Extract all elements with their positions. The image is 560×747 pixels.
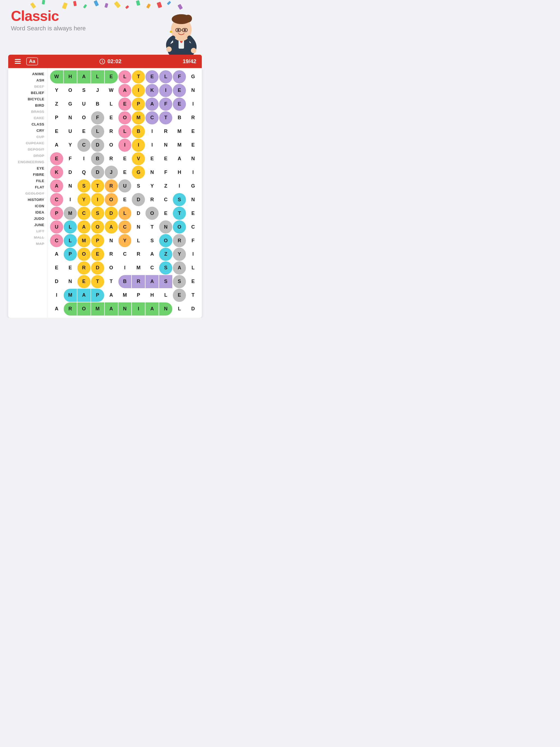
grid-cell[interactable]: O bbox=[105, 138, 118, 152]
grid-cell[interactable]: P bbox=[91, 234, 104, 247]
grid-cell[interactable]: D bbox=[50, 275, 63, 288]
grid-cell[interactable]: A bbox=[146, 98, 159, 111]
grid-cell[interactable]: A bbox=[173, 152, 186, 165]
grid-cell[interactable]: N bbox=[119, 302, 131, 315]
grid-cell[interactable]: S bbox=[77, 84, 91, 97]
grid-cell[interactable]: W bbox=[105, 84, 118, 97]
grid-cell[interactable]: F bbox=[91, 111, 104, 124]
grid-cell[interactable]: N bbox=[159, 302, 172, 315]
grid-cell[interactable]: D bbox=[132, 193, 145, 206]
grid-cell[interactable]: E bbox=[146, 70, 159, 83]
grid-cell[interactable]: I bbox=[132, 138, 145, 152]
grid-cell[interactable]: N bbox=[146, 166, 159, 179]
grid-cell[interactable]: L bbox=[159, 70, 172, 83]
grid-cell[interactable]: F bbox=[186, 234, 200, 247]
grid-cell[interactable]: R bbox=[132, 248, 145, 261]
grid-cell[interactable]: S bbox=[132, 179, 145, 192]
grid-cell[interactable]: U bbox=[50, 221, 63, 233]
grid-cell[interactable]: O bbox=[159, 234, 172, 247]
grid-cell[interactable]: D bbox=[105, 207, 118, 220]
grid-cell[interactable]: L bbox=[159, 289, 172, 302]
grid-cell[interactable]: A bbox=[105, 221, 118, 233]
grid-cell[interactable]: I bbox=[146, 125, 159, 138]
grid-cell[interactable]: Z bbox=[159, 179, 172, 192]
grid-cell[interactable]: I bbox=[119, 261, 131, 275]
grid-cell[interactable]: K bbox=[50, 166, 63, 179]
grid-cell[interactable]: E bbox=[77, 275, 91, 288]
grid-cell[interactable]: J bbox=[91, 84, 104, 97]
grid-cell[interactable]: Y bbox=[77, 193, 91, 206]
grid-cell[interactable]: T bbox=[105, 275, 118, 288]
grid-cell[interactable]: R bbox=[105, 248, 118, 261]
grid-cell[interactable]: Q bbox=[77, 166, 91, 179]
grid-cell[interactable]: P bbox=[50, 111, 63, 124]
grid-cell[interactable]: C bbox=[159, 193, 172, 206]
grid-cell[interactable]: U bbox=[119, 179, 131, 192]
grid-cell[interactable]: A bbox=[119, 84, 131, 97]
grid-cell[interactable]: F bbox=[64, 152, 77, 165]
grid-cell[interactable]: R bbox=[132, 275, 145, 288]
grid-cell[interactable]: D bbox=[91, 166, 104, 179]
grid-cell[interactable]: U bbox=[64, 125, 77, 138]
grid-cell[interactable]: L bbox=[91, 125, 104, 138]
grid-cell[interactable]: E bbox=[119, 166, 131, 179]
grid-cell[interactable]: P bbox=[64, 248, 77, 261]
grid-cell[interactable]: D bbox=[132, 207, 145, 220]
grid-cell[interactable]: C bbox=[50, 193, 63, 206]
grid-cell[interactable]: N bbox=[64, 275, 77, 288]
grid-cell[interactable]: O bbox=[146, 207, 159, 220]
grid-cell[interactable]: L bbox=[105, 98, 118, 111]
grid-cell[interactable]: E bbox=[119, 98, 131, 111]
grid-cell[interactable]: M bbox=[64, 207, 77, 220]
grid-cell[interactable]: L bbox=[186, 261, 200, 275]
grid-cell[interactable]: O bbox=[173, 221, 186, 233]
grid-cell[interactable]: P bbox=[91, 289, 104, 302]
grid-cell[interactable]: J bbox=[105, 166, 118, 179]
grid-cell[interactable]: N bbox=[64, 179, 77, 192]
grid-cell[interactable]: I bbox=[132, 302, 145, 315]
grid-cell[interactable]: L bbox=[119, 125, 131, 138]
grid-cell[interactable]: A bbox=[105, 289, 118, 302]
grid-cell[interactable]: C bbox=[77, 207, 91, 220]
grid-cell[interactable]: E bbox=[77, 125, 91, 138]
grid-cell[interactable]: R bbox=[159, 125, 172, 138]
grid-cell[interactable]: N bbox=[159, 221, 172, 233]
grid-cell[interactable]: I bbox=[173, 179, 186, 192]
grid-cell[interactable]: O bbox=[77, 302, 91, 315]
grid-cell[interactable]: W bbox=[50, 70, 63, 83]
grid-cell[interactable]: R bbox=[105, 125, 118, 138]
grid-cell[interactable]: O bbox=[119, 111, 131, 124]
grid-cell[interactable]: H bbox=[173, 166, 186, 179]
grid-cell[interactable]: I bbox=[146, 138, 159, 152]
grid-cell[interactable]: E bbox=[173, 289, 186, 302]
grid-cell[interactable]: O bbox=[77, 248, 91, 261]
grid-cell[interactable]: C bbox=[146, 261, 159, 275]
grid-cell[interactable]: E bbox=[173, 84, 186, 97]
grid-cell[interactable]: U bbox=[77, 98, 91, 111]
grid-cell[interactable]: N bbox=[64, 111, 77, 124]
grid-cell[interactable]: I bbox=[77, 152, 91, 165]
grid-cell[interactable]: Z bbox=[159, 248, 172, 261]
grid-cell[interactable]: A bbox=[77, 221, 91, 233]
grid-cell[interactable]: G bbox=[186, 70, 200, 83]
grid-cell[interactable]: S bbox=[77, 179, 91, 192]
grid-cell[interactable]: Y bbox=[64, 138, 77, 152]
grid-cell[interactable]: N bbox=[186, 84, 200, 97]
grid-cell[interactable]: C bbox=[77, 138, 91, 152]
grid-cell[interactable]: A bbox=[77, 70, 91, 83]
grid-cell[interactable]: I bbox=[186, 248, 200, 261]
grid-cell[interactable]: P bbox=[132, 98, 145, 111]
grid-cell[interactable]: T bbox=[91, 179, 104, 192]
grid-cell[interactable]: C bbox=[50, 234, 63, 247]
grid-cell[interactable]: N bbox=[105, 234, 118, 247]
grid-cell[interactable]: S bbox=[159, 275, 172, 288]
grid-cell[interactable]: A bbox=[50, 302, 63, 315]
grid-cell[interactable]: L bbox=[119, 70, 131, 83]
grid-cell[interactable]: S bbox=[159, 261, 172, 275]
grid-cell[interactable]: T bbox=[146, 221, 159, 233]
grid-cell[interactable]: S bbox=[91, 207, 104, 220]
grid-cell[interactable]: O bbox=[105, 193, 118, 206]
grid-cell[interactable]: T bbox=[173, 207, 186, 220]
grid-cell[interactable]: T bbox=[186, 289, 200, 302]
grid-cell[interactable]: O bbox=[105, 261, 118, 275]
